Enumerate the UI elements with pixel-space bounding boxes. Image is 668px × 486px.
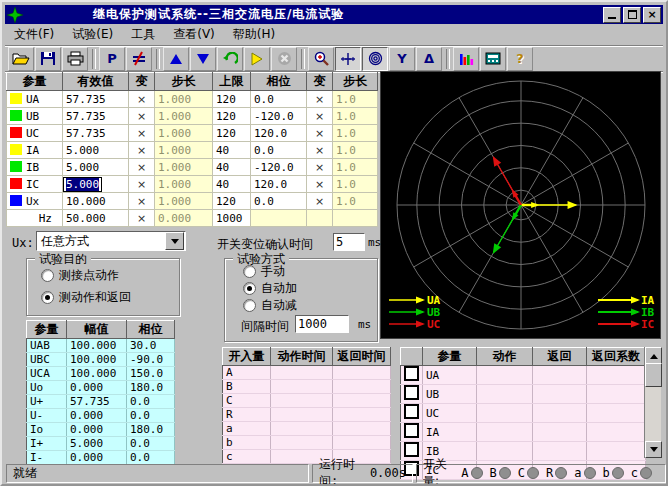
reset-button[interactable] bbox=[217, 47, 243, 71]
scroll-up-button[interactable] bbox=[645, 347, 662, 364]
vary-cell[interactable]: × bbox=[129, 91, 155, 108]
value-cell[interactable]: 57.735 bbox=[63, 108, 129, 125]
vertical-scrollbar[interactable] bbox=[644, 347, 661, 458]
vary-cell[interactable]: × bbox=[307, 108, 333, 125]
vary-cell[interactable]: × bbox=[129, 210, 155, 227]
value-cell[interactable]: 5.000 bbox=[63, 159, 129, 176]
scrollbar-thumb[interactable] bbox=[645, 363, 662, 387]
vary-cell[interactable]: × bbox=[129, 193, 155, 210]
limit-cell[interactable]: 120 bbox=[213, 193, 251, 210]
radio-icon[interactable] bbox=[243, 282, 256, 295]
step-down-button[interactable] bbox=[190, 47, 216, 71]
phase-step-cell[interactable]: 1.0 bbox=[333, 125, 378, 142]
minimize-button[interactable] bbox=[603, 7, 621, 23]
delta-button[interactable]: Δ bbox=[416, 47, 442, 71]
vary-cell[interactable]: × bbox=[129, 108, 155, 125]
checkbox[interactable] bbox=[404, 404, 419, 419]
wye-button[interactable]: Y bbox=[389, 47, 415, 71]
value-cell[interactable]: 50.000 bbox=[63, 210, 129, 227]
menu-help[interactable]: 帮助(H) bbox=[224, 24, 284, 45]
zoom-button[interactable] bbox=[308, 47, 334, 71]
save-button[interactable] bbox=[35, 47, 61, 71]
vary-cell[interactable]: × bbox=[307, 91, 333, 108]
step-cell[interactable]: 1.000 bbox=[155, 142, 213, 159]
title-bar[interactable]: 继电保护测试系统--三相交流电压/电流试验 × bbox=[5, 5, 663, 24]
vary-cell[interactable]: × bbox=[307, 142, 333, 159]
p-marker-button[interactable]: P bbox=[99, 47, 125, 71]
phase-cell[interactable]: 120.0 bbox=[251, 125, 307, 142]
phase-step-cell[interactable]: 1.0 bbox=[333, 176, 378, 193]
radio-icon[interactable] bbox=[243, 265, 256, 278]
open-button[interactable] bbox=[8, 47, 34, 71]
phase-step-cell[interactable]: 1.0 bbox=[333, 91, 378, 108]
vary-cell[interactable]: × bbox=[129, 176, 155, 193]
dropdown-button[interactable] bbox=[165, 232, 184, 250]
menu-test[interactable]: 试验(E) bbox=[63, 24, 122, 45]
run-button[interactable] bbox=[244, 47, 270, 71]
checkbox[interactable] bbox=[404, 423, 419, 438]
ux-mode-dropdown[interactable]: 任意方式 bbox=[36, 231, 186, 251]
calculator-button[interactable] bbox=[480, 47, 506, 71]
limit-cell[interactable]: 40 bbox=[213, 176, 251, 193]
confirm-time-input[interactable] bbox=[333, 233, 365, 251]
phase-step-cell[interactable]: 1.0 bbox=[333, 142, 378, 159]
value-cell[interactable]: 10.000 bbox=[63, 193, 129, 210]
phasor-edit-button[interactable] bbox=[126, 47, 152, 71]
step-cell[interactable]: 0.000 bbox=[155, 210, 213, 227]
polar-grid-button[interactable] bbox=[362, 47, 388, 71]
value-cell-editing[interactable]: 5.000 bbox=[63, 176, 129, 193]
radio-icon[interactable] bbox=[243, 299, 256, 312]
vary-cell[interactable]: × bbox=[307, 193, 333, 210]
limit-cell[interactable]: 1000 bbox=[213, 210, 251, 227]
step-cell[interactable]: 1.000 bbox=[155, 176, 213, 193]
axes-button[interactable] bbox=[335, 47, 361, 71]
phase-step-cell[interactable]: 1.0 bbox=[333, 193, 378, 210]
limit-cell[interactable]: 120 bbox=[213, 125, 251, 142]
limit-cell[interactable]: 120 bbox=[213, 108, 251, 125]
close-button[interactable]: × bbox=[643, 7, 661, 23]
stop-button[interactable] bbox=[271, 47, 297, 71]
step-cell[interactable]: 1.000 bbox=[155, 159, 213, 176]
radio-option-action-return[interactable]: 测动作和返回 bbox=[41, 289, 131, 306]
print-button[interactable] bbox=[62, 47, 88, 71]
value-cell[interactable]: 5.000 bbox=[63, 142, 129, 159]
value-cell[interactable]: 57.735 bbox=[63, 91, 129, 108]
phase-step-cell[interactable]: 1.0 bbox=[333, 159, 378, 176]
limit-cell[interactable]: 40 bbox=[213, 159, 251, 176]
step-cell[interactable]: 1.000 bbox=[155, 125, 213, 142]
limit-cell[interactable]: 40 bbox=[213, 142, 251, 159]
radio-option-contact-action[interactable]: 测接点动作 bbox=[41, 267, 119, 284]
vary-cell[interactable]: × bbox=[307, 176, 333, 193]
phase-cell[interactable]: 0.0 bbox=[251, 193, 307, 210]
vary-cell[interactable]: × bbox=[129, 159, 155, 176]
phase-step-cell[interactable]: 1.0 bbox=[333, 108, 378, 125]
phase-cell[interactable]: 0.0 bbox=[251, 142, 307, 159]
phase-cell[interactable]: 0.0 bbox=[251, 91, 307, 108]
step-cell[interactable]: 1.000 bbox=[155, 91, 213, 108]
limit-cell[interactable]: 120 bbox=[213, 91, 251, 108]
scroll-down-button[interactable] bbox=[645, 441, 662, 458]
checkbox[interactable] bbox=[404, 385, 419, 400]
value-editor[interactable]: 5.000 bbox=[63, 177, 102, 192]
help-button[interactable]: ? bbox=[507, 47, 533, 71]
interval-input[interactable] bbox=[295, 315, 349, 333]
phase-cell[interactable]: -120.0 bbox=[251, 108, 307, 125]
step-up-button[interactable] bbox=[163, 47, 189, 71]
step-cell[interactable]: 1.000 bbox=[155, 108, 213, 125]
vary-cell[interactable]: × bbox=[307, 125, 333, 142]
vary-cell[interactable]: × bbox=[129, 125, 155, 142]
menu-tools[interactable]: 工具 bbox=[122, 24, 164, 45]
menu-file[interactable]: 文件(F) bbox=[5, 24, 63, 45]
radio-icon[interactable] bbox=[41, 291, 54, 304]
step-cell[interactable]: 1.000 bbox=[155, 193, 213, 210]
radio-icon[interactable] bbox=[41, 269, 54, 282]
maximize-button[interactable] bbox=[623, 7, 641, 23]
phase-cell[interactable]: -120.0 bbox=[251, 159, 307, 176]
waveform-button[interactable] bbox=[453, 47, 479, 71]
checkbox[interactable] bbox=[404, 366, 419, 381]
checkbox[interactable] bbox=[404, 442, 419, 457]
vary-cell[interactable]: × bbox=[129, 142, 155, 159]
phase-cell[interactable]: 120.0 bbox=[251, 176, 307, 193]
menu-view[interactable]: 查看(V) bbox=[164, 24, 224, 45]
radio-option-manual[interactable]: 手动 bbox=[243, 263, 285, 280]
